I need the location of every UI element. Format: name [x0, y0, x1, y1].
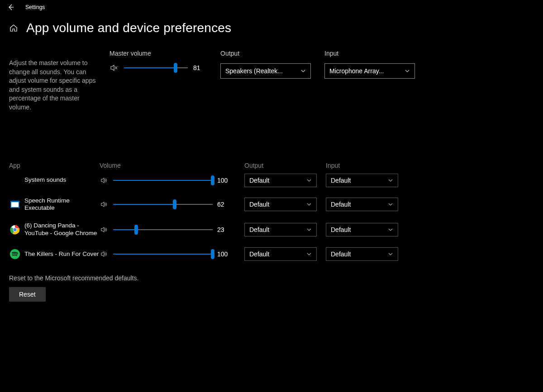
chevron-down-icon	[388, 227, 393, 232]
app-output-value: Default	[249, 226, 269, 233]
app-volume-cell: 100	[100, 250, 231, 259]
app-input-select[interactable]: Default	[326, 247, 398, 261]
app-volume-value: 100	[217, 177, 231, 184]
app-volume-value: 23	[217, 226, 231, 233]
window-title: Settings	[25, 4, 45, 10]
app-output-value: Default	[249, 250, 269, 258]
app-volume-cell: 62	[100, 200, 231, 209]
master-output-label: Output	[220, 50, 311, 57]
column-header-app: App	[9, 162, 100, 169]
app-name-label: The Killers - Run For Cover	[24, 250, 99, 258]
titlebar: Settings	[0, 0, 543, 14]
master-section: Adjust the master volume to change all s…	[9, 50, 534, 112]
app-name-label: Speech Runtime Executable	[24, 197, 100, 213]
chevron-down-icon	[405, 68, 410, 74]
app-output-select[interactable]: Default	[244, 223, 317, 236]
apps-section: App Volume Output Input System sounds100…	[9, 162, 398, 302]
app-volume-cell: 23	[100, 225, 231, 234]
master-input-column: Input Microphone Array...	[324, 50, 415, 79]
reset-button[interactable]: Reset	[9, 287, 46, 302]
app-row: System sounds100DefaultDefault	[9, 174, 398, 187]
master-input-select[interactable]: Microphone Array...	[324, 63, 415, 79]
app-input-value: Default	[331, 201, 351, 208]
app-name-cell: (6) Dancing Panda - YouTube - Google Chr…	[9, 222, 100, 237]
app-row: The Killers - Run For Cover100DefaultDef…	[9, 247, 398, 261]
spotify-icon	[10, 249, 20, 259]
app-output-select[interactable]: Default	[244, 198, 317, 211]
chevron-down-icon	[300, 68, 306, 74]
chevron-down-icon	[306, 227, 312, 232]
master-input-label: Input	[324, 50, 415, 57]
app-volume-slider[interactable]	[113, 176, 213, 185]
reset-description: Reset to the Microsoft recommended defau…	[9, 274, 398, 282]
master-input-value: Microphone Array...	[329, 67, 384, 75]
home-icon[interactable]	[9, 24, 18, 33]
reset-section: Reset to the Microsoft recommended defau…	[9, 274, 398, 302]
master-volume-slider[interactable]	[124, 63, 188, 72]
speaker-icon[interactable]	[100, 250, 109, 259]
svg-rect-2	[11, 202, 19, 207]
app-volume-slider[interactable]	[113, 250, 213, 259]
volume-mute-icon[interactable]	[110, 63, 119, 72]
column-header-input: Input	[326, 162, 398, 169]
column-header-output: Output	[244, 162, 326, 169]
app-input-value: Default	[331, 177, 351, 184]
app-row: (6) Dancing Panda - YouTube - Google Chr…	[9, 222, 398, 237]
app-output-select[interactable]: Default	[244, 174, 317, 187]
master-output-select[interactable]: Speakers (Realtek...	[220, 63, 311, 79]
apps-header-row: App Volume Output Input	[9, 162, 398, 169]
chevron-down-icon	[388, 202, 393, 207]
app-volume-slider[interactable]	[113, 200, 213, 209]
app-input-value: Default	[331, 226, 351, 233]
app-name-label: System sounds	[24, 176, 66, 184]
svg-point-6	[14, 228, 17, 231]
chevron-down-icon	[388, 251, 393, 257]
app-output-select[interactable]: Default	[244, 247, 317, 261]
master-volume-column: Master volume 81	[110, 50, 207, 72]
speaker-icon[interactable]	[100, 225, 109, 234]
app-volume-value: 100	[217, 250, 231, 258]
speaker-icon[interactable]	[100, 200, 109, 209]
app-input-value: Default	[331, 250, 351, 258]
app-input-select[interactable]: Default	[326, 223, 398, 236]
app-name-cell: Speech Runtime Executable	[9, 197, 100, 213]
master-volume-value: 81	[193, 64, 207, 71]
chevron-down-icon	[306, 202, 312, 207]
app-volume-slider[interactable]	[113, 225, 213, 234]
master-output-column: Output Speakers (Realtek...	[220, 50, 311, 79]
app-output-value: Default	[249, 177, 269, 184]
app-name-cell: The Killers - Run For Cover	[9, 249, 100, 259]
page-description: Adjust the master volume to change all s…	[9, 50, 96, 112]
speaker-icon[interactable]	[100, 176, 109, 185]
app-input-select[interactable]: Default	[326, 198, 398, 211]
app-output-value: Default	[249, 201, 269, 208]
app-volume-value: 62	[217, 201, 231, 208]
master-volume-label: Master volume	[110, 50, 207, 57]
page-header: App volume and device preferences	[9, 21, 534, 35]
app-input-select[interactable]: Default	[326, 174, 398, 187]
back-button[interactable]	[4, 0, 18, 14]
arrow-left-icon	[7, 4, 14, 11]
chevron-down-icon	[388, 178, 393, 183]
app-row: Speech Runtime Executable62DefaultDefaul…	[9, 197, 398, 213]
window-icon	[10, 199, 20, 209]
chrome-icon	[10, 225, 20, 235]
master-output-value: Speakers (Realtek...	[225, 67, 283, 75]
app-name-cell: System sounds	[9, 176, 100, 184]
column-header-volume: Volume	[100, 162, 244, 169]
page-title: App volume and device preferences	[26, 21, 231, 35]
chevron-down-icon	[306, 251, 312, 257]
app-name-label: (6) Dancing Panda - YouTube - Google Chr…	[24, 222, 100, 237]
chevron-down-icon	[306, 178, 312, 183]
app-volume-cell: 100	[100, 176, 231, 185]
